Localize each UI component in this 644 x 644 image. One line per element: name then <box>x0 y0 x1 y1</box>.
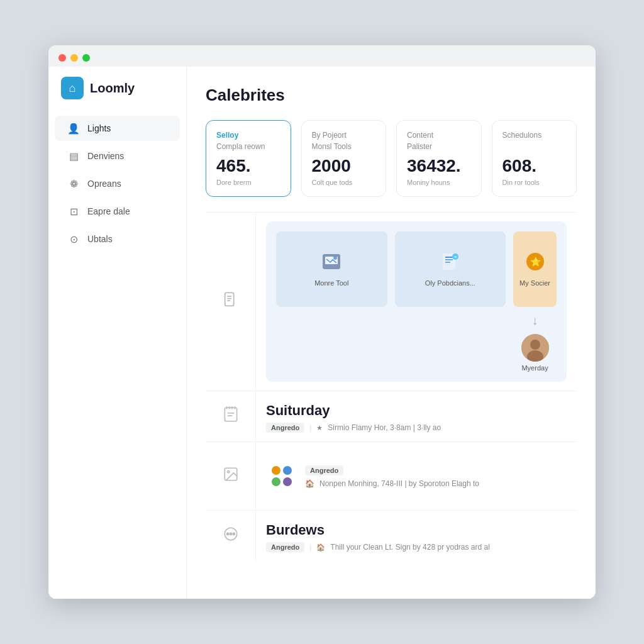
svg-point-24 <box>230 533 231 535</box>
user-icon: 👤 <box>67 122 80 135</box>
mini-card-label: My Socier <box>519 279 550 287</box>
stat-desc: Colt que tods <box>312 179 376 186</box>
mini-card-olypobdcians[interactable]: ≡ Oly Pobdcians... <box>395 231 506 307</box>
list-icon: ≡ <box>440 252 460 275</box>
featured-right: ⭐ My Socier ↓ <box>513 231 557 372</box>
svg-point-26 <box>233 533 235 535</box>
stat-value: 465. <box>216 156 280 176</box>
svg-text:≡: ≡ <box>454 255 457 259</box>
avatar-container: Myerday <box>521 334 549 372</box>
meta-text: Thill your Clean Lt. Sign by 428 pr yodr… <box>330 543 489 552</box>
box-arrow-icon: ⊡ <box>67 205 80 218</box>
row-icon-col <box>206 442 256 510</box>
divider: | <box>309 543 311 552</box>
main-content: Calebrites Selloy Compla reown 465. Dore… <box>187 67 596 599</box>
svg-rect-18 <box>225 408 236 421</box>
avatar <box>521 334 549 362</box>
svg-point-16 <box>530 340 540 350</box>
mini-card-label: Monre Tool <box>314 279 348 287</box>
row-title: Burdews <box>266 522 567 538</box>
minimize-button[interactable] <box>70 54 78 62</box>
sidebar-item-denviens[interactable]: ▤ Denviens <box>55 143 180 169</box>
sidebar-item-eapredale[interactable]: ⊡ Eapre dale <box>55 199 180 224</box>
svg-text:⭐: ⭐ <box>530 257 541 267</box>
row-title: Suiturday <box>266 402 567 419</box>
logo-row-meta: 🏠 Nonpen Monhing, 748-III | by Sporoton … <box>305 479 479 488</box>
featured-content: Monre Tool ≡ <box>256 213 577 391</box>
logo-row-meta-container: Angredo 🏠 Nonpen Monhing, 748-III | by S… <box>305 464 479 488</box>
close-button[interactable] <box>58 54 66 62</box>
star-meta-icon: ★ <box>316 424 323 432</box>
stat-value: 608. <box>502 156 567 176</box>
app-window: ⌂ Loomly 👤 Lights ▤ Denviens ❁ Opreans ⊡… <box>48 45 596 599</box>
mini-card-monretool[interactable]: Monre Tool <box>276 231 387 307</box>
app-logo-text: Loomly <box>90 81 135 96</box>
stat-title: Content <box>407 131 471 140</box>
row-icon-col <box>206 391 256 441</box>
sidebar-item-label: Denviens <box>87 151 124 161</box>
sidebar-item-opreans[interactable]: ❁ Opreans <box>55 171 180 196</box>
stat-desc: Moniny houns <box>407 179 471 186</box>
stat-desc: Din ror tools <box>502 179 567 186</box>
mini-card-mysocier[interactable]: ⭐ My Socier <box>513 231 557 307</box>
logo-row-content: Angredo 🏠 Nonpen Monhing, 748-III | by S… <box>256 442 577 510</box>
meta-text: Sirmio Flamy Hor, 3·8am | 3·lly ao <box>328 423 441 432</box>
stat-title: Schedulons <box>502 131 567 140</box>
sidebar-item-label: Lights <box>87 123 111 133</box>
content-row-featured: Monre Tool ≡ <box>206 212 577 391</box>
grid-icon: ▤ <box>67 150 80 162</box>
arrow-down-icon: ↓ <box>532 313 538 328</box>
sidebar-item-label: Ubtals <box>87 234 113 244</box>
app-logo-icon: ⌂ <box>61 77 84 99</box>
stat-card-selloy[interactable]: Selloy Compla reown 465. Dore brerm <box>206 120 291 197</box>
stat-subtitle <box>502 142 567 151</box>
divider: | <box>309 423 311 432</box>
text-row-content-suiturday: Suiturday Angredo | ★ Sirmio Flamy Hor, … <box>256 391 577 441</box>
svg-rect-0 <box>225 292 233 306</box>
stat-value: 36432. <box>407 156 471 176</box>
sidebar-item-label: Opreans <box>87 179 121 189</box>
stat-subtitle: Palister <box>407 142 471 151</box>
sidebar: ⌂ Loomly 👤 Lights ▤ Denviens ❁ Opreans ⊡… <box>48 67 187 599</box>
svg-point-6 <box>333 256 337 260</box>
home-meta-icon: 🏠 <box>316 543 325 552</box>
stat-subtitle: Compla reown <box>216 142 280 151</box>
flower-icon: ❁ <box>67 177 80 190</box>
star-icon: ⭐ <box>525 252 545 275</box>
tag-badge: Angredo <box>305 465 343 475</box>
svg-point-25 <box>226 533 228 535</box>
app-body: ⌂ Loomly 👤 Lights ▤ Denviens ❁ Opreans ⊡… <box>48 67 596 599</box>
sidebar-item-label: Eapre dale <box>87 206 130 216</box>
sidebar-item-lights[interactable]: 👤 Lights <box>55 116 180 141</box>
row-meta: Angredo | 🏠 Thill your Clean Lt. Sign by… <box>266 542 567 552</box>
stats-row: Selloy Compla reown 465. Dore brerm By P… <box>206 120 577 197</box>
stat-card-bypojeort[interactable]: By Pojeort Monsl Tools 2000 Colt que tod… <box>301 120 387 197</box>
content-row-angredo: Angredo 🏠 Nonpen Monhing, 748-III | by S… <box>206 441 577 510</box>
brand-logo <box>266 460 297 492</box>
maximize-button[interactable] <box>82 54 90 62</box>
document-icon <box>222 291 240 313</box>
circle-dots-icon <box>223 526 239 546</box>
note-icon <box>223 405 239 428</box>
text-row-content-burdews: Burdews Angredo | 🏠 Thill your Clean Lt.… <box>256 511 577 561</box>
home-icon: 🏠 <box>305 479 314 488</box>
stat-value: 2000 <box>312 156 376 176</box>
row-icon-col <box>206 213 256 391</box>
featured-block: Monre Tool ≡ <box>266 221 567 382</box>
row-meta: Angredo | ★ Sirmio Flamy Hor, 3·8am | 3·… <box>266 423 567 433</box>
stat-title: Selloy <box>216 131 280 140</box>
sidebar-item-ubtals[interactable]: ⊙ Ubtals <box>55 226 180 252</box>
content-row-suiturday: Suiturday Angredo | ★ Sirmio Flamy Hor, … <box>206 391 577 441</box>
tool-icon <box>321 252 341 275</box>
stat-card-schedulons[interactable]: Schedulons 608. Din ror tools <box>492 120 577 197</box>
stat-card-content[interactable]: Content Palister 36432. Moniny houns <box>396 120 482 197</box>
tag-badge: Angredo <box>266 542 304 552</box>
logo-area: ⌂ Loomly <box>48 77 186 114</box>
row-icon-col <box>206 511 256 561</box>
meta-text: Nonpen Monhing, 748-III | by Sporoton El… <box>319 479 479 488</box>
avatar-label: Myerday <box>521 364 548 372</box>
mini-card-label: Oly Pobdcians... <box>425 279 475 287</box>
stat-subtitle: Monsl Tools <box>312 142 376 151</box>
content-row-burdews: Burdews Angredo | 🏠 Thill your Clean Lt.… <box>206 510 577 561</box>
page-title: Calebrites <box>206 86 577 105</box>
